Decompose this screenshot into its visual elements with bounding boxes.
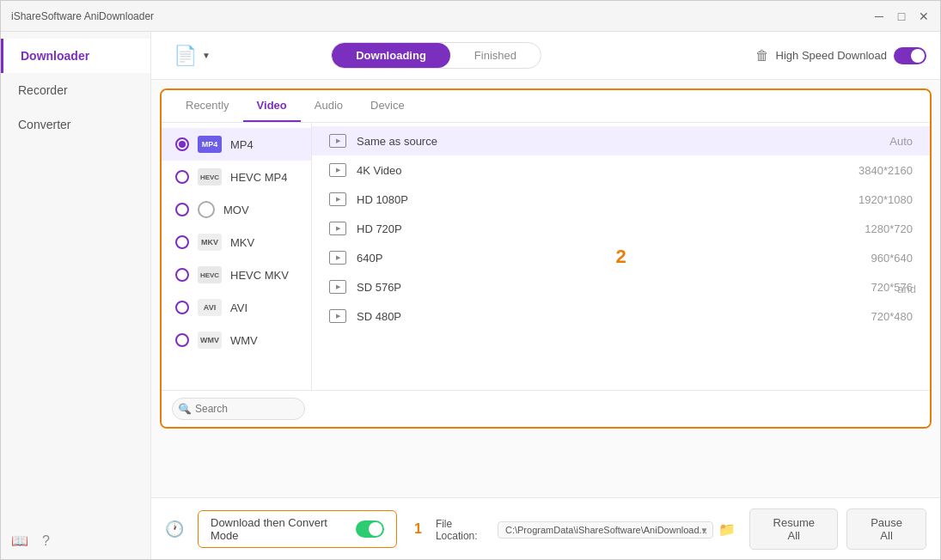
main-window: iShareSoftware AniDownloader ─ □ ✕ Downl… (0, 0, 941, 560)
res-icon-4k (329, 163, 346, 177)
format-label-mov: MOV (223, 204, 249, 216)
main-content: Downloader Recorder Converter 📖 ? 📄 ▼ (1, 32, 940, 559)
clock-icon: 🕐 (165, 520, 184, 539)
pause-all-button[interactable]: Pause All (846, 508, 926, 550)
resolution-item-same[interactable]: Same as source Auto (312, 126, 930, 155)
resolution-item-hd1080[interactable]: HD 1080P 1920*1080 (312, 185, 930, 214)
resolution-size-hd720: 1280*720 (865, 222, 913, 235)
format-search-input[interactable] (172, 398, 305, 420)
resolution-label-sd480: SD 480P (357, 310, 861, 323)
res-icon-sd480 (329, 309, 346, 323)
sidebar-item-recorder[interactable]: Recorder (1, 73, 150, 107)
help-icon[interactable]: ? (42, 533, 50, 549)
dtc-mode-box: Download then Convert Mode (198, 510, 397, 548)
app-title: iShareSoftware AniDownloader (11, 10, 154, 22)
res-icon-hd1080 (329, 192, 346, 206)
bottom-actions: Resume All Pause All (749, 508, 926, 550)
format-item-mkv[interactable]: MKV MKV (162, 226, 311, 259)
format-item-hevcmp4[interactable]: HEVC HEVC MP4 (162, 161, 311, 193)
tab-finished[interactable]: Finished (450, 43, 541, 68)
format-search-bar: 🔍 (162, 390, 930, 427)
format-right-list: 2 Same as source Auto 4K Video 3840*2160 (312, 123, 930, 390)
resume-all-button[interactable]: Resume All (749, 508, 838, 550)
format-label-mkv: MKV (230, 236, 254, 249)
toggle-knob (911, 49, 925, 63)
res-icon-same (329, 134, 346, 148)
format-item-mp4[interactable]: MP4 MP4 (162, 128, 311, 161)
bottom-bar: 🕐 Download then Convert Mode 1 File Loca… (151, 497, 940, 559)
window-controls: ─ □ ✕ (873, 10, 930, 22)
resolution-item-hd720[interactable]: HD 720P 1280*720 (312, 214, 930, 243)
search-wrap: 🔍 (172, 398, 305, 420)
format-item-hevcmkv[interactable]: HEVC HEVC MKV (162, 259, 311, 291)
format-label-mp4: MP4 (230, 138, 254, 151)
res-icon-hd720 (329, 222, 346, 235)
high-speed-toggle[interactable] (894, 47, 926, 64)
radio-wmv (175, 333, 189, 347)
book-icon[interactable]: 📖 (11, 533, 28, 549)
hevcmkv-icon: HEVC (198, 266, 222, 283)
resolution-size-hd1080: 1920*1080 (859, 193, 913, 206)
format-label-avi: AVI (230, 301, 247, 314)
resolution-item-4k[interactable]: 4K Video 3840*2160 (312, 155, 930, 185)
sidebar-bottom: 📖 ? (1, 522, 150, 559)
close-button[interactable]: ✕ (918, 10, 930, 22)
file-location-row: File Location: C:\ProgramData\iShareSoft… (436, 518, 736, 542)
dropdown-path-icon: ▼ (700, 525, 708, 534)
radio-mp4 (175, 137, 189, 151)
title-bar: iShareSoftware AniDownloader ─ □ ✕ (1, 1, 940, 32)
top-bar: 📄 ▼ Downloading Finished 🗑 High Speed Do… (151, 32, 940, 80)
dtc-toggle[interactable] (356, 520, 384, 538)
sidebar-item-converter[interactable]: Converter (1, 107, 150, 142)
resolution-item-sd480[interactable]: SD 480P 720*480 (312, 301, 930, 331)
format-label-hevcmp4: HEVC MP4 (230, 171, 287, 184)
dropdown-arrow-icon: ▼ (202, 51, 211, 60)
format-tab-device[interactable]: Device (357, 90, 419, 122)
format-item-avi[interactable]: AVI AVI (162, 291, 311, 324)
format-tabs: Recently Video Audio Device (162, 90, 930, 123)
wmv-icon: WMV (198, 332, 222, 349)
folder-icon[interactable]: 📁 (718, 521, 736, 538)
resolution-label-hd720: HD 720P (357, 222, 854, 235)
resolution-item-sd576[interactable]: SD 576P 720*576 (312, 272, 930, 301)
add-download-button[interactable]: 📄 ▼ (165, 40, 219, 72)
format-tab-recently[interactable]: Recently (172, 90, 243, 122)
radio-mov (175, 203, 189, 216)
resolution-label-sd576: SD 576P (357, 281, 861, 294)
maximize-button[interactable]: □ (895, 10, 907, 22)
format-tab-audio[interactable]: Audio (301, 90, 357, 122)
resolution-size-sd480: 720*480 (871, 310, 913, 323)
sidebar: Downloader Recorder Converter 📖 ? (1, 32, 151, 559)
resolution-label-4k: 4K Video (357, 164, 848, 177)
download-tab-group: Downloading Finished (331, 42, 541, 69)
format-label-wmv: WMV (230, 334, 258, 347)
res-icon-640p (329, 251, 346, 265)
dtc-mode-label: Download then Convert Mode (211, 516, 347, 542)
file-location-section: File Location: C:\ProgramData\iShareSoft… (436, 516, 736, 542)
and-text: and (897, 283, 916, 295)
sidebar-item-downloader[interactable]: Downloader (1, 39, 150, 73)
high-speed-label: High Speed Download (776, 49, 887, 62)
high-speed-section: 🗑 High Speed Download (755, 47, 926, 64)
file-path-box[interactable]: C:\ProgramData\iShareSoftware\AniDownloa… (498, 521, 713, 539)
resolution-label-hd1080: HD 1080P (357, 193, 848, 206)
right-panel: 📄 ▼ Downloading Finished 🗑 High Speed Do… (151, 32, 940, 559)
format-item-mov[interactable]: MOV (162, 193, 311, 226)
avi-icon: AVI (198, 299, 222, 316)
resolution-size-same: Auto (889, 135, 913, 148)
resolution-label-same: Same as source (357, 135, 879, 148)
format-picker-area: Recently Video Audio Device MP4 MP4 (151, 80, 940, 497)
format-item-wmv[interactable]: WMV WMV (162, 324, 311, 356)
add-icon: 📄 (174, 45, 197, 67)
format-body: MP4 MP4 HEVC HEVC MP4 (162, 123, 930, 390)
format-tab-video[interactable]: Video (243, 90, 301, 122)
mov-icon (198, 201, 215, 218)
resolution-item-640p[interactable]: 640P 960*640 (312, 243, 930, 272)
resolution-size-4k: 3840*2160 (859, 164, 913, 177)
file-path-text: C:\ProgramData\iShareSoftware\AniDownloa… (505, 525, 707, 535)
radio-avi (175, 301, 189, 314)
file-location-label: File Location: (436, 518, 492, 542)
trash-icon[interactable]: 🗑 (755, 48, 769, 64)
tab-downloading[interactable]: Downloading (332, 43, 450, 68)
minimize-button[interactable]: ─ (873, 10, 885, 22)
